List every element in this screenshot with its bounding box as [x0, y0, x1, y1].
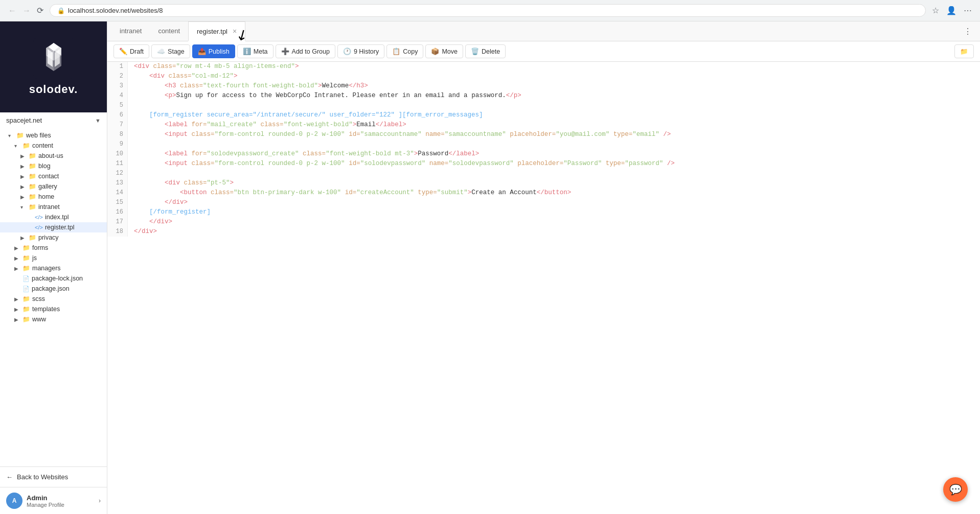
tree-item-managers[interactable]: ▶ 📁 managers [0, 263, 107, 273]
draft-button[interactable]: ✏️ Draft [113, 44, 149, 58]
browser-chrome: ← → ⟳ 🔒 localhost.solodev.net/websites/8… [0, 0, 980, 21]
tabs-menu-button[interactable]: ⋮ [960, 22, 976, 40]
back-button[interactable]: ← [6, 4, 18, 17]
tree-label: contact [38, 173, 59, 180]
tree-label: web files [26, 132, 51, 139]
file-json-icon: 📄 [22, 275, 30, 282]
add-group-icon: ➕ [281, 48, 289, 55]
tree-label: managers [32, 265, 61, 272]
tab-label-register-tpl: register.tpl [197, 28, 227, 35]
tree-label: home [38, 193, 54, 200]
chat-fab-button[interactable]: 💬 [943, 477, 968, 502]
profile-button[interactable]: 👤 [944, 4, 959, 17]
publish-button[interactable]: 📤 Publish [192, 44, 235, 58]
move-button[interactable]: 📦 Move [425, 44, 463, 58]
tree-item-home[interactable]: ▶ 📁 home [0, 192, 107, 202]
tree-item-blog[interactable]: ▶ 📁 blog [0, 161, 107, 171]
expand-icon: ▶ [20, 194, 28, 200]
code-editor[interactable]: 1 <div class="row mt-4 mb-5 align-items-… [107, 62, 980, 514]
meta-button[interactable]: ℹ️ Meta [237, 44, 274, 58]
tree-item-js[interactable]: ▶ 📁 js [0, 253, 107, 263]
line-content: <div class="row mt-4 mb-5 align-items-en… [128, 62, 305, 72]
line-content: <div class="col-md-12"> [128, 72, 244, 81]
file-tpl-icon: </> [35, 224, 43, 230]
add-to-group-button[interactable]: ➕ Add to Group [276, 44, 335, 58]
file-tree: ▾ 📁 web files ▾ 📁 content ▶ 📁 about-us ▶… [0, 128, 107, 466]
tree-label: privacy [38, 234, 59, 241]
delete-button[interactable]: 🗑️ Delete [465, 44, 506, 58]
tree-item-intranet[interactable]: ▾ 📁 intranet [0, 202, 107, 212]
code-line: 8 <input class="form-control rounded-0 p… [107, 130, 980, 139]
app-container: solodev. spacejet.net ▼ ▾ 📁 web files ▾ … [0, 21, 980, 514]
folder-icon: 📁 [29, 162, 36, 170]
line-number: 3 [107, 81, 128, 91]
reload-button[interactable]: ⟳ [35, 4, 45, 17]
publish-icon: 📤 [198, 48, 206, 55]
back-arrow-icon: ← [6, 473, 13, 481]
tab-content[interactable]: content [150, 22, 188, 41]
tabs-bar: intranet content register.tpl × ⋮ [107, 21, 980, 41]
code-line: 18 </div> [107, 227, 980, 237]
tree-item-web-files[interactable]: ▾ 📁 web files [0, 130, 107, 141]
tree-item-content[interactable]: ▾ 📁 content [0, 141, 107, 151]
folder-icon: 📁 [22, 306, 30, 313]
bookmark-button[interactable]: ☆ [930, 4, 941, 17]
url-text: localhost.solodev.net/websites/8 [68, 7, 163, 14]
forward-button[interactable]: → [20, 4, 33, 17]
expand-icon: ▶ [20, 184, 28, 190]
copy-button[interactable]: 📋 Copy [386, 44, 423, 58]
tab-register-tpl[interactable]: register.tpl × [188, 21, 245, 41]
sidebar-logo: solodev. [0, 21, 107, 112]
folder-icon: 📁 [29, 193, 36, 200]
stage-button[interactable]: ☁️ Stage [151, 44, 190, 58]
tree-item-gallery[interactable]: ▶ 📁 gallery [0, 181, 107, 192]
tree-label: forms [32, 244, 48, 251]
tree-item-templates[interactable]: ▶ 📁 templates [0, 304, 107, 314]
code-line: 17 </div> [107, 217, 980, 227]
folder-icon: 📁 [16, 132, 24, 139]
line-number: 11 [107, 159, 128, 169]
tree-item-register-tpl[interactable]: </> register.tpl [0, 222, 107, 232]
admin-profile-link[interactable]: A Admin Manage Profile › [0, 487, 107, 514]
org-selector[interactable]: spacejet.net ▼ [0, 112, 107, 128]
expand-icon: ▾ [14, 143, 21, 149]
folder-button[interactable]: 📁 [954, 44, 974, 58]
stage-label: Stage [168, 48, 185, 55]
admin-name: Admin [27, 494, 95, 502]
back-to-websites-link[interactable]: ← Back to Websites [0, 467, 107, 487]
tree-item-package-lock-json[interactable]: 📄 package-lock.json [0, 273, 107, 284]
move-label: Move [442, 48, 458, 55]
expand-icon: ▾ [8, 133, 15, 138]
address-bar[interactable]: 🔒 localhost.solodev.net/websites/8 [50, 4, 926, 17]
line-content: <input class="form-control rounded-0 p-2… [128, 159, 681, 169]
lock-icon: 🔒 [57, 7, 65, 14]
folder-icon: 📁 [22, 295, 30, 302]
folder-icon: 📁 [960, 48, 968, 55]
tab-intranet[interactable]: intranet [111, 22, 150, 41]
tree-label: index.tpl [45, 214, 69, 221]
tree-item-contact[interactable]: ▶ 📁 contact [0, 171, 107, 181]
line-content: <h3 class="text-fourth font-weight-bold"… [128, 81, 374, 91]
tab-label-intranet: intranet [120, 27, 142, 35]
solodev-logo-icon [33, 38, 74, 79]
extensions-button[interactable]: ⋯ [962, 4, 974, 17]
tree-label: register.tpl [45, 224, 75, 231]
code-line: 15 </div> [107, 198, 980, 207]
expand-icon: ▶ [14, 255, 21, 261]
tree-item-package-json[interactable]: 📄 package.json [0, 284, 107, 294]
tree-item-privacy[interactable]: ▶ 📁 privacy [0, 232, 107, 243]
tree-item-forms[interactable]: ▶ 📁 forms [0, 243, 107, 253]
tree-item-index-tpl[interactable]: </> index.tpl [0, 212, 107, 222]
admin-info: Admin Manage Profile [27, 494, 95, 508]
history-button[interactable]: 🕐 9 History [337, 44, 384, 58]
tree-item-www[interactable]: ▶ 📁 www [0, 314, 107, 324]
back-to-websites-label: Back to Websites [17, 473, 68, 481]
logo-container: solodev. [29, 38, 78, 96]
folder-icon: 📁 [22, 316, 30, 323]
tree-item-scss[interactable]: ▶ 📁 scss [0, 294, 107, 304]
expand-icon: ▶ [20, 174, 28, 179]
tree-item-about-us[interactable]: ▶ 📁 about-us [0, 151, 107, 161]
copy-label: Copy [403, 48, 418, 55]
code-line: 14 <button class="btn btn-primary-dark w… [107, 188, 980, 198]
tab-close-icon[interactable]: × [233, 27, 237, 35]
